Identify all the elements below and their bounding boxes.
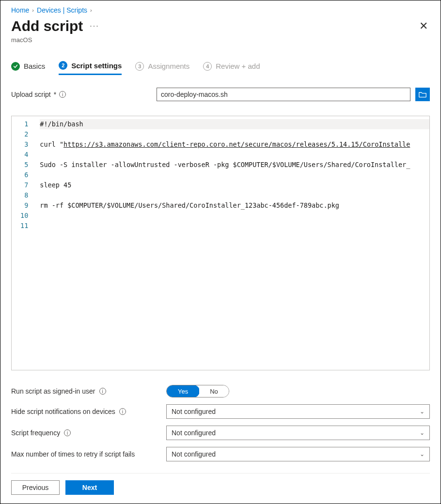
tab-review-add[interactable]: 4 Review + add: [203, 61, 260, 75]
upload-filename-field[interactable]: coro-deploy-macos.sh: [157, 88, 410, 101]
code-line: [40, 170, 429, 180]
line-number: 1: [20, 119, 28, 129]
chevron-down-icon: ⌄: [420, 429, 425, 436]
tab-script-settings[interactable]: 2 Script settings: [59, 61, 122, 75]
script-code-area[interactable]: #!/bin/bash curl "https://s3.amazonaws.c…: [34, 116, 429, 370]
line-number: 9: [20, 200, 28, 211]
chevron-right-icon: ›: [90, 7, 92, 13]
toggle-no[interactable]: No: [199, 385, 229, 397]
script-frequency-select[interactable]: Not configured ⌄: [166, 426, 430, 440]
page-title: Add script: [11, 18, 83, 34]
chevron-down-icon: ⌄: [420, 451, 425, 458]
hide-notifications-label: Hide script notifications on devices i: [11, 407, 166, 416]
code-line: Sudo -S installer -allowUntrusted -verbo…: [40, 160, 429, 170]
info-icon[interactable]: i: [59, 91, 66, 98]
code-line: rm -rf $COMPUTER/$VOLUME/Users/Shared/Co…: [40, 200, 429, 211]
tab-label: Assignments: [148, 62, 189, 70]
info-icon[interactable]: i: [119, 408, 126, 415]
retry-count-select[interactable]: Not configured ⌄: [166, 447, 430, 461]
code-line: [40, 129, 429, 139]
code-line: [40, 211, 429, 221]
code-line: [40, 190, 429, 200]
info-icon[interactable]: i: [64, 429, 71, 436]
toggle-yes[interactable]: Yes: [166, 385, 200, 397]
script-editor[interactable]: 1234567891011 #!/bin/bash curl "https://…: [11, 116, 430, 370]
code-line: #!/bin/bash: [40, 119, 429, 129]
close-icon[interactable]: ✕: [417, 19, 430, 33]
retry-count-label: Max number of times to retry if script f…: [11, 450, 166, 458]
line-number: 7: [20, 180, 28, 190]
line-number: 11: [20, 221, 28, 231]
tab-label: Basics: [24, 62, 45, 70]
line-number: 8: [20, 190, 28, 200]
line-number: 4: [20, 150, 28, 160]
line-number: 10: [20, 211, 28, 221]
tab-label: Script settings: [71, 61, 122, 70]
hide-notifications-select[interactable]: Not configured ⌄: [166, 404, 430, 419]
upload-script-label: Upload script * i: [11, 91, 152, 98]
info-icon[interactable]: i: [99, 388, 106, 395]
script-frequency-label: Script frequency i: [11, 428, 166, 437]
previous-button[interactable]: Previous: [11, 480, 60, 495]
breadcrumb-devices-scripts[interactable]: Devices | Scripts: [37, 6, 87, 14]
tab-assignments[interactable]: 3 Assignments: [135, 61, 189, 75]
chevron-down-icon: ⌄: [420, 408, 425, 415]
page-subtitle: macOS: [11, 36, 430, 44]
line-number: 2: [20, 129, 28, 139]
code-line: curl "https://s3.amazonaws.com/client-re…: [40, 139, 429, 150]
run-as-user-toggle[interactable]: Yes No: [166, 385, 229, 397]
code-line: [40, 150, 429, 160]
step-badge: 2: [59, 61, 67, 70]
wizard-tabs: Basics 2 Script settings 3 Assignments 4…: [11, 61, 430, 75]
code-line: [40, 221, 429, 231]
run-as-user-label: Run script as signed-in user i: [11, 387, 166, 396]
line-number-gutter: 1234567891011: [12, 116, 34, 370]
tab-basics[interactable]: Basics: [11, 61, 45, 75]
tab-label: Review + add: [216, 62, 260, 70]
required-asterisk: *: [54, 91, 56, 98]
breadcrumb-home[interactable]: Home: [11, 6, 29, 14]
code-line: sleep 45: [40, 180, 429, 190]
browse-file-button[interactable]: [415, 88, 430, 101]
chevron-right-icon: ›: [32, 7, 34, 13]
folder-icon: [419, 91, 426, 98]
check-icon: [11, 62, 20, 71]
line-number: 6: [20, 170, 28, 180]
next-button[interactable]: Next: [65, 480, 114, 495]
step-badge: 4: [203, 62, 212, 71]
more-actions-button[interactable]: ···: [90, 22, 99, 31]
line-number: 3: [20, 139, 28, 150]
breadcrumb: Home › Devices | Scripts ›: [11, 6, 430, 14]
line-number: 5: [20, 160, 28, 170]
step-badge: 3: [135, 62, 144, 71]
